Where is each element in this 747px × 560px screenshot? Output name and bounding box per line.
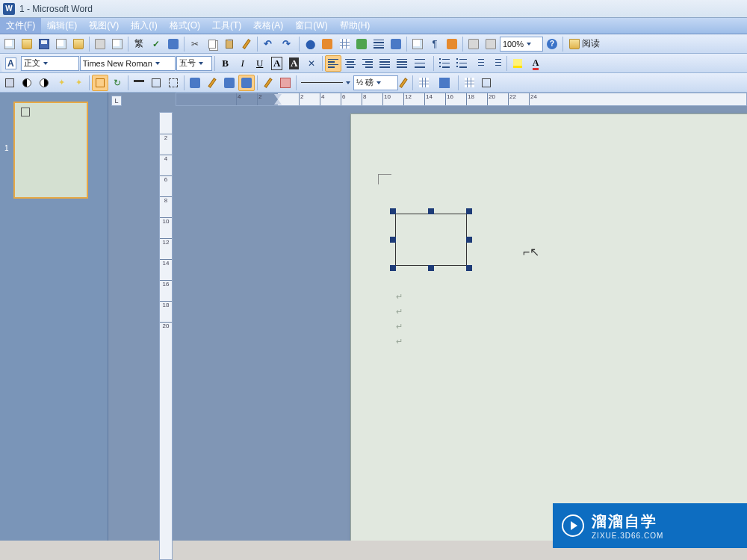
- print-button[interactable]: [92, 36, 108, 52]
- eraser-button[interactable]: [277, 75, 294, 91]
- menu-format[interactable]: 格式(O): [164, 18, 206, 34]
- doc-map-button[interactable]: [409, 36, 426, 52]
- indent-button[interactable]: [488, 55, 504, 72]
- menu-view[interactable]: 视图(V): [83, 18, 125, 34]
- shading-button[interactable]: [436, 75, 456, 91]
- styles-pane-button[interactable]: A: [1, 55, 20, 72]
- undo-button[interactable]: ↶: [260, 36, 278, 52]
- highlight-button[interactable]: [509, 55, 528, 72]
- resize-handle-e[interactable]: [466, 237, 472, 243]
- permissions-button[interactable]: [53, 36, 69, 52]
- align-right-button[interactable]: [359, 55, 376, 72]
- menu-window[interactable]: 窗口(W): [289, 18, 333, 34]
- char-shading-button[interactable]: A: [286, 55, 303, 72]
- style-dropdown[interactable]: 正文: [21, 56, 79, 71]
- zoom-out-button[interactable]: [465, 36, 482, 52]
- align-left-button[interactable]: [325, 55, 341, 72]
- open-button[interactable]: [19, 36, 35, 52]
- size-dropdown[interactable]: 五号: [176, 56, 212, 71]
- crop-button[interactable]: [92, 75, 108, 91]
- paste-button[interactable]: [221, 36, 238, 52]
- selected-tool-button[interactable]: [238, 75, 255, 91]
- line-style-dropdown[interactable]: [299, 75, 353, 90]
- excel-button[interactable]: [353, 36, 370, 52]
- help-button[interactable]: ?: [544, 36, 560, 52]
- outdent-button[interactable]: [471, 55, 487, 72]
- transparency-button[interactable]: [204, 75, 220, 91]
- insert-table2-button[interactable]: [461, 75, 477, 91]
- resize-handle-s[interactable]: [428, 265, 434, 271]
- direction-button[interactable]: [444, 36, 460, 52]
- wrap-button[interactable]: [165, 75, 182, 91]
- number-list-button[interactable]: [436, 55, 453, 72]
- copy-button[interactable]: [204, 36, 220, 52]
- traditional-button[interactable]: 繁: [131, 36, 147, 52]
- zoom-fit-button[interactable]: [483, 36, 499, 52]
- vertical-ruler[interactable]: 2468101214161820: [159, 112, 173, 560]
- resize-handle-se[interactable]: [466, 265, 472, 271]
- new-button[interactable]: [1, 36, 18, 52]
- distribute-button[interactable]: [394, 55, 410, 72]
- tables-borders-button[interactable]: [319, 36, 335, 52]
- bold-button[interactable]: B: [217, 55, 234, 72]
- format-painter-button[interactable]: [238, 36, 255, 52]
- spellcheck-button[interactable]: ✓: [148, 36, 164, 52]
- phonetic-button[interactable]: ✕: [303, 55, 320, 72]
- resize-handle-w[interactable]: [390, 237, 396, 243]
- draw-table-button[interactable]: [260, 75, 276, 91]
- resize-handle-n[interactable]: [428, 208, 434, 214]
- redo-button[interactable]: ↷: [279, 36, 297, 52]
- selected-rectangle-shape[interactable]: [390, 208, 472, 271]
- borders-button[interactable]: [415, 75, 435, 91]
- drawing-button[interactable]: [388, 36, 404, 52]
- italic-button[interactable]: I: [235, 55, 251, 72]
- star1-button[interactable]: ✦: [53, 75, 69, 91]
- reset-pic-button[interactable]: [221, 75, 238, 91]
- cut-button[interactable]: ✂: [187, 36, 203, 52]
- hanging-indent-marker[interactable]: [274, 99, 282, 105]
- merge-cells-button[interactable]: [478, 75, 495, 91]
- read-mode-button[interactable]: 阅读: [565, 36, 604, 52]
- border-color-button[interactable]: [399, 75, 410, 91]
- brightness-button[interactable]: [36, 75, 52, 91]
- page-thumbnail[interactable]: 1: [13, 102, 88, 199]
- fill-color-button[interactable]: [1, 75, 18, 91]
- star2-button[interactable]: ✦: [70, 75, 87, 91]
- resize-handle-sw[interactable]: [390, 265, 396, 271]
- zoom-dropdown[interactable]: 100%: [500, 37, 543, 52]
- menu-table[interactable]: 表格(A): [247, 18, 289, 34]
- preview-button[interactable]: [109, 36, 125, 52]
- line-weight-dropdown[interactable]: ½ 磅: [353, 75, 398, 90]
- contrast-button[interactable]: [19, 75, 35, 91]
- rotate-button[interactable]: ↻: [109, 75, 125, 91]
- ruler-corner[interactable]: L: [111, 96, 122, 106]
- format-pic-button[interactable]: [187, 75, 203, 91]
- research-button[interactable]: [165, 36, 182, 52]
- menu-edit[interactable]: 编辑(E): [41, 18, 83, 34]
- mail-button[interactable]: [70, 36, 87, 52]
- font-dropdown[interactable]: Times New Roman: [80, 56, 176, 71]
- menu-help[interactable]: 帮助(H): [334, 18, 376, 34]
- document-page[interactable]: ⌐↖ ↵ ↵ ↵ ↵: [350, 113, 747, 541]
- resize-handle-ne[interactable]: [466, 208, 472, 214]
- char-border-button[interactable]: A: [269, 55, 285, 72]
- thick-line-button[interactable]: [131, 75, 147, 91]
- bullet-list-button[interactable]: [453, 55, 470, 72]
- horizontal-ruler[interactable]: 4224681012141618202224: [176, 93, 747, 106]
- hyperlink-button[interactable]: ⬤: [302, 36, 318, 52]
- first-line-indent-marker[interactable]: [274, 94, 282, 99]
- font-color-button[interactable]: A: [529, 55, 545, 72]
- save-button[interactable]: [36, 36, 52, 52]
- compress-button[interactable]: [148, 75, 164, 91]
- columns-button[interactable]: [371, 36, 387, 52]
- line-spacing-button[interactable]: [411, 55, 431, 72]
- align-center-button[interactable]: [342, 55, 359, 72]
- show-marks-button[interactable]: ¶: [427, 36, 443, 52]
- justify-button[interactable]: [376, 55, 393, 72]
- menu-insert[interactable]: 插入(I): [125, 18, 163, 34]
- menu-file[interactable]: 文件(F): [0, 18, 41, 34]
- resize-handle-nw[interactable]: [390, 208, 396, 214]
- insert-table-button[interactable]: [336, 36, 353, 52]
- menu-tools[interactable]: 工具(T): [206, 18, 247, 34]
- underline-button[interactable]: U: [252, 55, 268, 72]
